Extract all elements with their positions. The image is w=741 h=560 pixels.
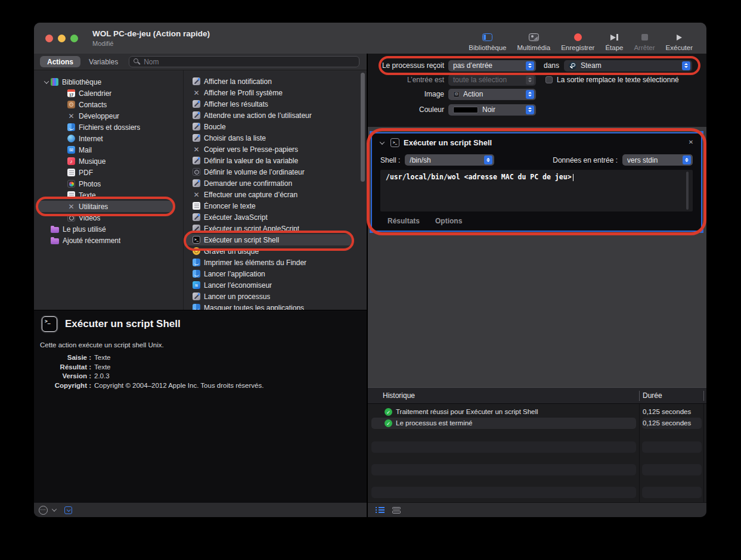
selection-handle[interactable] xyxy=(370,229,373,233)
sidebar-item-label: PDF xyxy=(79,169,93,177)
sidebar-item-ajoute-recemment[interactable]: Ajouté récemment xyxy=(34,235,183,246)
popup-stepper-icon xyxy=(683,155,691,164)
step-toolbar-label: Étape xyxy=(605,44,623,51)
record-toolbar-label: Enregistrer xyxy=(561,44,594,51)
image-popup[interactable]: ⊖ Action xyxy=(448,89,536,100)
action-item-executer-un-script-applescript[interactable]: Exécuter un script AppleScript xyxy=(184,223,367,234)
right-panel: Le processus reçoit pas d’entrée dans St… xyxy=(367,54,706,517)
action-item-afficher-les-resultats[interactable]: Afficher les résultats xyxy=(184,98,367,110)
more-options-icon[interactable] xyxy=(39,506,48,515)
wrench-x-icon xyxy=(67,112,75,120)
input-data-popup[interactable]: vers stdin xyxy=(622,154,693,166)
sidebar-item-le-plus-utilise[interactable]: Le plus utilisé xyxy=(34,223,183,235)
history-row[interactable]: Le processus est terminé0,125 secondes xyxy=(368,418,706,429)
sidebar-item-internet[interactable]: Internet xyxy=(34,133,183,144)
library-toolbar-button[interactable]: Bibliothèque xyxy=(463,25,511,51)
step-toolbar-button[interactable]: Étape xyxy=(600,25,628,51)
history-empty-row xyxy=(368,487,706,498)
action-item-imprimer-les-elements-du-finder[interactable]: Imprimer les éléments du Finder xyxy=(184,257,367,268)
sidebar-item-musique[interactable]: Musique xyxy=(34,155,183,167)
shell-popup[interactable]: /bin/sh xyxy=(405,154,494,166)
action-item-masquer-toutes-les-applications[interactable]: Masquer toutes les applications xyxy=(184,302,367,310)
sidebar-item-label: Photos xyxy=(79,180,101,188)
action-item-attendre-une-action-de-l-utilisateur[interactable]: Attendre une action de l’utilisateur xyxy=(184,110,367,121)
automator-window: WOL PC-de-jeu (Action rapide) Modifié Bi… xyxy=(34,23,706,517)
filter-bar: Actions Variables xyxy=(34,54,367,70)
action-item-effectuer-une-capture-d-ecran[interactable]: Effectuer une capture d’écran xyxy=(184,189,367,200)
action-item-demander-une-confirmation[interactable]: Demander une confirmation xyxy=(184,178,367,189)
color-popup[interactable]: Noir xyxy=(448,104,536,116)
chevron-down-icon[interactable] xyxy=(378,141,386,145)
search-field[interactable] xyxy=(129,56,359,67)
window-title: WOL PC-de-jeu (Action rapide) xyxy=(92,29,210,39)
column-divider[interactable] xyxy=(639,391,640,401)
tab-variables[interactable]: Variables xyxy=(84,56,123,67)
robot-icon xyxy=(193,134,200,142)
action-item-label: Définir le volume de l’ordinateur xyxy=(204,168,305,176)
action-item-choisir-dans-la-liste[interactable]: Choisir dans la liste xyxy=(184,132,367,144)
action-item-copier-vers-le-presse-papiers[interactable]: Copier vers le Presse-papiers xyxy=(184,144,367,155)
info-label: Version : xyxy=(34,372,91,379)
terminal-icon xyxy=(390,138,399,147)
script-editor[interactable]: /usr/local/bin/wol <adresse MAC du PC de… xyxy=(380,170,693,211)
minimize-window-button[interactable] xyxy=(58,35,66,42)
action-item-lancer-un-processus[interactable]: Lancer un processus xyxy=(184,291,367,302)
process-receives-label: Le processus reçoit xyxy=(368,61,448,70)
history-row[interactable]: Traitement réussi pour Exécuter un scrip… xyxy=(368,406,706,418)
run-toolbar-button[interactable]: Exécuter xyxy=(661,25,698,51)
action-item-executer-javascript[interactable]: Exécuter JavaScript xyxy=(184,211,367,223)
action-item-executer-un-script-shell[interactable]: Exécuter un script Shell xyxy=(184,234,367,245)
action-item-lancer-l-economiseur[interactable]: Lancer l’économiseur xyxy=(184,279,367,291)
media-toolbar-button[interactable]: Multimédia xyxy=(512,25,556,51)
list-view-icon[interactable] xyxy=(376,507,385,513)
options-button[interactable]: Options xyxy=(435,217,462,225)
selection-handle[interactable] xyxy=(700,229,703,233)
popup-stepper-icon xyxy=(526,90,534,99)
close-action-icon[interactable] xyxy=(687,138,695,146)
selection-handle[interactable] xyxy=(700,131,703,135)
action-item-label: Exécuter JavaScript xyxy=(204,213,268,222)
action-list-scrollbar[interactable] xyxy=(361,73,365,182)
search-input[interactable] xyxy=(144,58,355,66)
application-popup[interactable]: Steam xyxy=(564,60,692,71)
tab-actions[interactable]: Actions xyxy=(40,56,80,67)
action-item-graver-un-disque[interactable]: Graver un disque xyxy=(184,245,367,257)
chevron-down-icon[interactable] xyxy=(52,508,57,512)
replace-selected-text-checkbox[interactable] xyxy=(545,76,553,83)
zoom-window-button[interactable] xyxy=(70,35,78,42)
mail-icon xyxy=(67,146,75,154)
input-type-popup[interactable]: pas d’entrée xyxy=(448,60,536,71)
sidebar-item-utilitaires[interactable]: Utilitaires xyxy=(34,201,183,212)
history-row-text: Le processus est terminé xyxy=(396,419,472,427)
action-item-afficher-la-notification[interactable]: Afficher la notification xyxy=(184,76,367,87)
history-empty-cell xyxy=(371,487,636,498)
contacts-icon xyxy=(67,101,75,108)
action-item-enoncer-le-texte[interactable]: Énoncer le texte xyxy=(184,200,367,211)
sidebar-item-pdf[interactable]: PDF xyxy=(34,167,183,178)
action-item-lancer-l-application[interactable]: Lancer l’application xyxy=(184,268,367,279)
results-button[interactable]: Résultats xyxy=(387,217,420,225)
column-divider[interactable] xyxy=(703,391,704,401)
sidebar-item-developpeur[interactable]: Développeur xyxy=(34,110,183,122)
sidebar-item-texte[interactable]: Texte xyxy=(34,189,183,201)
sidebar-item-bibliotheque[interactable]: Bibliothèque xyxy=(34,76,183,88)
panels-view-icon[interactable] xyxy=(392,507,401,514)
sidebar-item-contacts[interactable]: Contacts xyxy=(34,99,183,110)
stop-toolbar-button[interactable]: Arrêter xyxy=(628,25,660,51)
sidebar-item-fichiers-et-dossiers[interactable]: Fichiers et dossiers xyxy=(34,122,183,133)
sidebar-item-calendrier[interactable]: Calendrier xyxy=(34,88,183,99)
selected-view-toggle-icon[interactable] xyxy=(64,506,72,514)
sidebar-item-videos[interactable]: Vidéos xyxy=(34,212,183,223)
action-item-definir-le-volume-de-l-ordinateur[interactable]: Définir le volume de l’ordinateur xyxy=(184,166,367,178)
sidebar-item-photos[interactable]: Photos xyxy=(34,178,183,189)
action-item-label: Copier vers le Presse-papiers xyxy=(204,145,298,154)
selection-handle[interactable] xyxy=(370,131,373,135)
close-window-button[interactable] xyxy=(45,35,53,42)
action-item-boucle[interactable]: Boucle xyxy=(184,121,367,132)
column-divider-line xyxy=(639,404,640,502)
sidebar-item-mail[interactable]: Mail xyxy=(34,144,183,155)
action-item-definir-la-valeur-de-la-variable[interactable]: Définir la valeur de la variable xyxy=(184,155,367,166)
chevron-down-icon[interactable] xyxy=(42,80,51,84)
action-item-afficher-le-profil-systeme[interactable]: Afficher le Profil système xyxy=(184,87,367,98)
record-toolbar-button[interactable]: Enregistrer xyxy=(556,25,600,51)
